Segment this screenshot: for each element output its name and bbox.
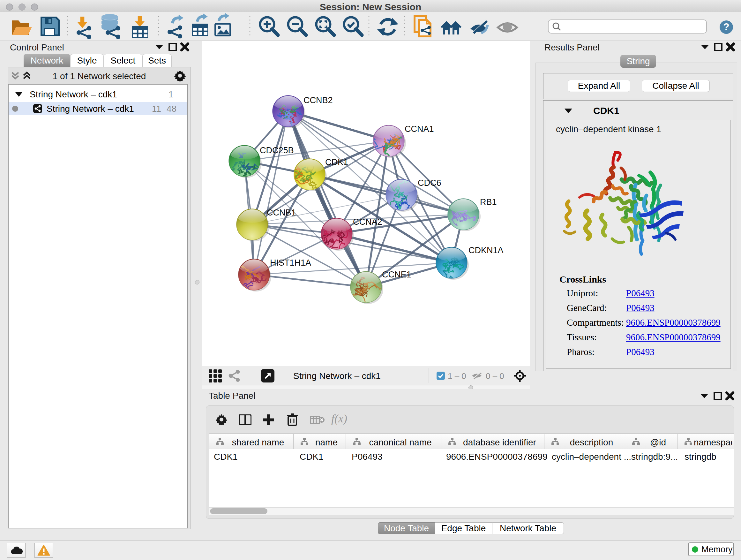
- svg-text:CCNB1: CCNB1: [267, 208, 296, 217]
- svg-text:RB1: RB1: [480, 197, 497, 207]
- svg-text:CCNA1: CCNA1: [405, 124, 434, 134]
- svg-text:CDK1: CDK1: [325, 158, 348, 167]
- svg-text:CCNB2: CCNB2: [304, 96, 333, 105]
- svg-text:CDC6: CDC6: [418, 178, 441, 188]
- svg-text:CCNE1: CCNE1: [382, 270, 411, 279]
- svg-text:CCNA2: CCNA2: [353, 217, 382, 227]
- svg-text:CDKN1A: CDKN1A: [468, 246, 503, 255]
- svg-text:CDC25B: CDC25B: [260, 145, 294, 155]
- svg-text:HIST1H1A: HIST1H1A: [270, 258, 311, 267]
